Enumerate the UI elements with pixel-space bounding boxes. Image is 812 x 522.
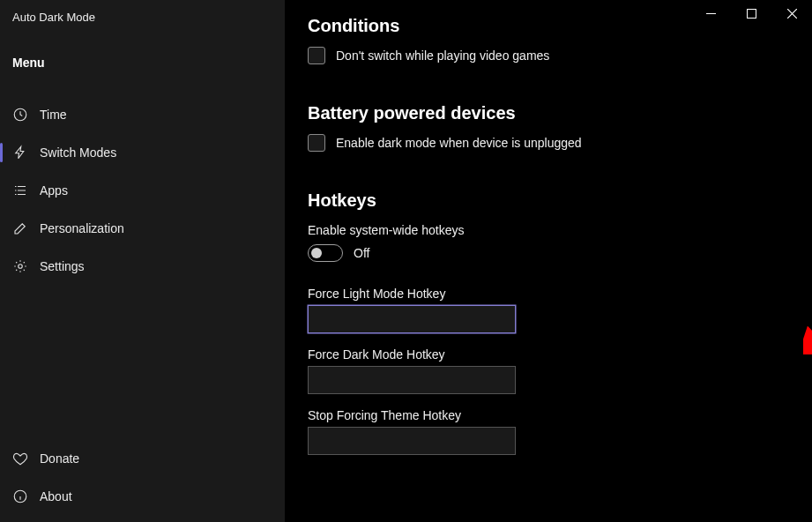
sidebar-item-label: Donate <box>40 451 79 466</box>
hotkeys-heading: Hotkeys <box>308 190 789 211</box>
sidebar-item-label: Settings <box>40 259 85 273</box>
force-light-hotkey-input[interactable] <box>308 305 516 333</box>
svg-rect-4 <box>747 9 756 18</box>
field-label: Force Dark Mode Hotkey <box>308 347 789 362</box>
force-light-field: Force Light Mode Hotkey <box>308 287 789 333</box>
app-title: Auto Dark Mode <box>0 7 285 36</box>
gear-icon <box>12 258 28 274</box>
sidebar: Auto Dark Mode Menu Time Switch Modes Ap… <box>0 0 285 522</box>
sidebar-item-time[interactable]: Time <box>0 97 285 132</box>
svg-rect-3 <box>706 13 716 14</box>
field-label: Stop Forcing Theme Hotkey <box>308 408 789 422</box>
sidebar-item-label: Apps <box>40 183 68 198</box>
main-content: Conditions Don't switch while playing vi… <box>285 0 812 522</box>
sidebar-item-personalization[interactable]: Personalization <box>0 211 285 246</box>
games-checkbox-row[interactable]: Don't switch while playing video games <box>308 47 789 64</box>
bolt-icon <box>12 145 28 160</box>
svg-point-1 <box>19 265 23 269</box>
info-icon <box>12 488 28 504</box>
checkbox-icon[interactable] <box>308 134 325 152</box>
sidebar-item-switch-modes[interactable]: Switch Modes <box>0 135 285 170</box>
force-dark-field: Force Dark Mode Hotkey <box>308 347 789 394</box>
sidebar-item-label: Switch Modes <box>40 145 116 160</box>
sidebar-item-label: Personalization <box>40 221 124 235</box>
settings-panel: Conditions Don't switch while playing vi… <box>285 0 812 476</box>
enable-hotkeys-toggle-row: Off <box>308 244 789 262</box>
sidebar-item-donate[interactable]: Donate <box>0 441 285 476</box>
checkbox-label: Don't switch while playing video games <box>336 48 549 63</box>
menu-header: Menu <box>0 36 285 82</box>
minimize-button[interactable] <box>690 0 731 26</box>
window-controls <box>690 0 812 26</box>
list-icon <box>12 183 28 198</box>
unplugged-checkbox-row[interactable]: Enable dark mode when device is unplugge… <box>308 134 789 152</box>
sidebar-item-settings[interactable]: Settings <box>0 249 285 284</box>
toggle-thumb-icon <box>311 248 322 258</box>
toggle-state-label: Off <box>354 246 369 260</box>
sidebar-item-apps[interactable]: Apps <box>0 173 285 208</box>
stop-force-hotkey-input[interactable] <box>308 427 516 455</box>
enable-hotkeys-toggle[interactable] <box>308 244 343 262</box>
battery-heading: Battery powered devices <box>308 103 789 123</box>
sidebar-item-label: Time <box>40 108 67 122</box>
maximize-button[interactable] <box>731 0 771 26</box>
field-label: Force Light Mode Hotkey <box>308 287 789 301</box>
nav-list: Time Switch Modes Apps Personalization <box>0 82 285 438</box>
heart-icon <box>12 451 28 466</box>
app-window: Auto Dark Mode Menu Time Switch Modes Ap… <box>0 0 812 522</box>
enable-hotkeys-label: Enable system-wide hotkeys <box>308 223 789 237</box>
clock-icon <box>12 107 28 123</box>
sidebar-item-about[interactable]: About <box>0 479 285 514</box>
pencil-icon <box>12 220 28 236</box>
close-button[interactable] <box>771 0 812 26</box>
checkbox-icon[interactable] <box>308 47 325 64</box>
stop-force-field: Stop Forcing Theme Hotkey <box>308 408 789 455</box>
sidebar-item-label: About <box>40 489 72 503</box>
checkbox-label: Enable dark mode when device is unplugge… <box>336 136 582 150</box>
force-dark-hotkey-input[interactable] <box>308 366 516 394</box>
bottom-nav-list: Donate About <box>0 438 285 522</box>
